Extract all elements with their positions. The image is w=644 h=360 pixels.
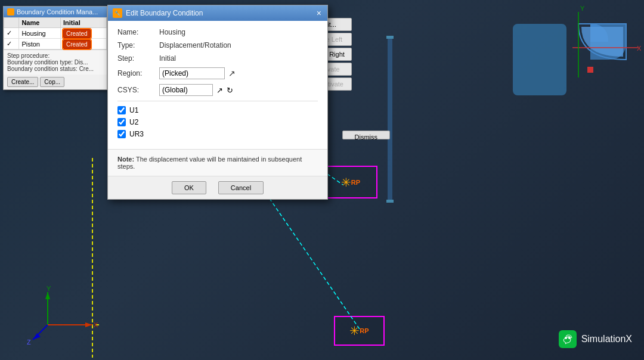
col-name: Name <box>19 18 61 28</box>
dialog-title-bar: 🔧 Edit Boundary Condition × <box>108 5 327 21</box>
cancel-button[interactable]: Cancel <box>218 181 264 194</box>
svg-text:Y: Y <box>580 5 585 12</box>
type-value: Displacement/Rotation <box>159 41 231 49</box>
col-initial: Initial <box>60 18 106 28</box>
watermark-text: SimulationX <box>581 334 632 345</box>
dismiss-button[interactable]: Dismiss <box>342 131 391 139</box>
bc-table: Name Initial ✓ Housing Created ✓ Piston … <box>4 17 107 49</box>
bc-manager-window: Boundary Condition Mana... Name Initial … <box>3 6 107 90</box>
dialog-title-left: 🔧 Edit Boundary Condition <box>113 8 203 18</box>
row-check-housing: ✓ <box>4 28 19 39</box>
row-status-piston: Created <box>60 39 106 49</box>
row-name-piston: Piston <box>19 39 61 49</box>
bc-manager-title-text: Boundary Condition Mana... <box>17 8 98 15</box>
step-label: Step: <box>117 54 159 63</box>
rp-star-upper: ✳ <box>341 175 351 190</box>
table-row[interactable]: ✓ Piston Created <box>4 39 107 49</box>
svg-marker-20 <box>33 333 41 340</box>
u2-label: U2 <box>129 118 138 126</box>
u2-checkbox-row: U2 <box>117 118 318 126</box>
svg-marker-18 <box>85 322 92 327</box>
svg-text:X: X <box>94 321 98 328</box>
name-row: Name: Housing <box>117 28 318 36</box>
svg-rect-8 <box>587 67 593 73</box>
wechat-icon <box>559 330 577 348</box>
csys-box: ↗ ↻ <box>159 84 233 96</box>
u2-checkbox[interactable] <box>117 118 126 126</box>
row-name-housing: Housing <box>19 28 61 39</box>
region-row: Region: ↗ <box>117 67 318 79</box>
svg-rect-10 <box>388 36 392 203</box>
bc-manager-title: Boundary Condition Mana... <box>4 7 107 17</box>
u1-checkbox[interactable] <box>117 106 126 114</box>
dialog-body: Name: Housing Type: Displacement/Rotatio… <box>108 21 327 149</box>
svg-text:Y: Y <box>47 285 51 292</box>
bc-manager-icon <box>7 8 14 15</box>
svg-line-19 <box>33 325 48 340</box>
row-status-housing: Created <box>60 28 106 39</box>
dialog-title-text: Edit Boundary Condition <box>126 9 203 17</box>
u1-checkbox-row: U1 <box>117 106 318 114</box>
csys-arrow-icon: ↗ <box>216 86 223 95</box>
rp-label-lower: RP <box>360 327 369 334</box>
name-label: Name: <box>117 28 159 36</box>
row-check-piston: ✓ <box>4 39 19 49</box>
status-badge-housing: Created <box>63 29 91 38</box>
svg-text:Z: Z <box>27 339 31 346</box>
rp-box-upper: ✳ RP <box>324 166 377 198</box>
edit-dialog: 🔧 Edit Boundary Condition × Name: Housin… <box>107 5 328 200</box>
svg-rect-3 <box>590 24 626 60</box>
bc-buttons: Create... Cop... <box>4 75 107 89</box>
watermark: SimulationX <box>559 330 632 348</box>
ur3-checkbox-row: UR3 <box>117 130 318 138</box>
rp-box-lower: ✳ RP <box>334 316 385 346</box>
dialog-close-button[interactable]: × <box>315 8 323 18</box>
csys-row: CSYS: ↗ ↻ <box>117 84 318 96</box>
create-button[interactable]: Create... <box>7 77 38 87</box>
type-row: Type: Displacement/Rotation <box>117 41 318 49</box>
ur3-checkbox[interactable] <box>117 130 126 138</box>
ur3-label: UR3 <box>129 130 144 138</box>
name-value: Housing <box>159 28 185 36</box>
copy-button[interactable]: Cop... <box>40 77 64 87</box>
bc-type-text: Boundary condition type: Dis... <box>7 59 103 66</box>
step-value: Initial <box>159 54 176 63</box>
note-text: The displacement value will be maintaine… <box>117 156 302 170</box>
ok-button[interactable]: OK <box>172 181 206 194</box>
bc-info: Step procedure: Boundary condition type:… <box>4 49 107 75</box>
type-label: Type: <box>117 41 159 49</box>
svg-text:X: X <box>637 45 642 52</box>
note-prefix: Note: <box>117 156 134 163</box>
separator <box>117 101 318 101</box>
dialog-footer: OK Cancel <box>108 176 327 199</box>
u1-label: U1 <box>129 106 138 114</box>
svg-rect-9 <box>513 24 566 95</box>
table-row[interactable]: ✓ Housing Created <box>4 28 107 39</box>
dialog-icon: 🔧 <box>113 8 122 18</box>
rp-label-upper: RP <box>351 179 360 186</box>
col-check <box>4 18 19 28</box>
region-label: Region: <box>117 69 159 77</box>
note-section: Note: The displacement value will be mai… <box>108 149 327 176</box>
svg-point-2 <box>590 24 626 60</box>
status-badge-piston: Created <box>63 40 91 49</box>
csys-label: CSYS: <box>117 86 159 94</box>
region-input[interactable] <box>159 67 225 79</box>
region-box: ↗ <box>159 67 236 79</box>
svg-marker-16 <box>45 292 50 299</box>
cursor-icon: ↗ <box>228 69 236 78</box>
step-row: Step: Initial <box>117 54 318 63</box>
svg-rect-11 <box>386 36 394 39</box>
csys-input[interactable] <box>159 84 213 96</box>
bc-status-text: Boundary condition status: Cre... <box>7 66 103 72</box>
svg-rect-12 <box>386 200 394 203</box>
csys-rotate-icon: ↻ <box>227 86 233 95</box>
step-procedure-label: Step procedure: <box>7 52 103 59</box>
rp-star-lower: ✳ <box>349 324 360 338</box>
